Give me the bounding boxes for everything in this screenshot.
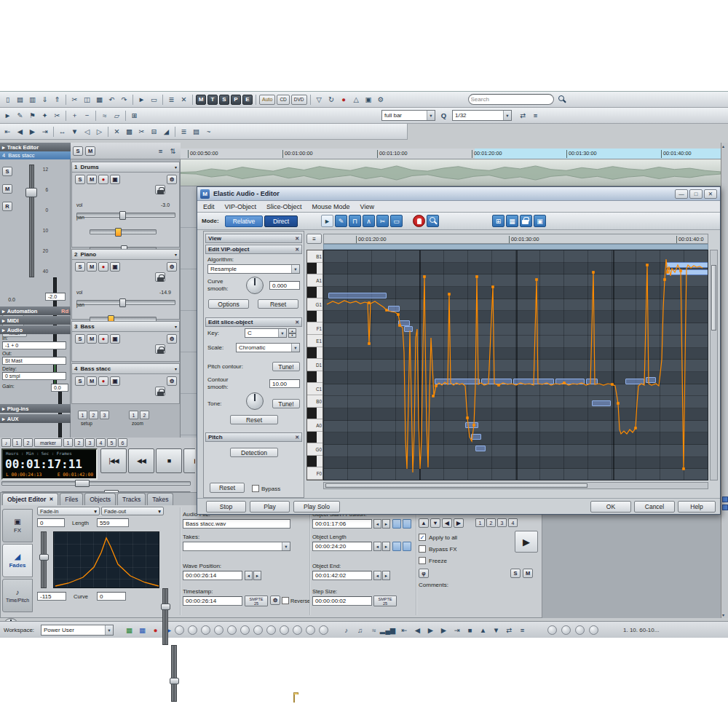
pencil-tool-icon[interactable]: ✎ bbox=[335, 215, 347, 227]
minimize-button[interactable]: — bbox=[675, 189, 688, 199]
bar-snap-select[interactable]: full bar▾ bbox=[381, 110, 435, 121]
side-tab-time-pitch[interactable]: ♪Time/Pitch bbox=[2, 579, 33, 612]
status-circle-icon[interactable] bbox=[293, 625, 302, 635]
lock-icon[interactable] bbox=[155, 387, 165, 396]
step-right-icon[interactable]: ▸ bbox=[382, 571, 390, 580]
marker-button-3[interactable]: 3 bbox=[85, 438, 95, 447]
note-segment[interactable] bbox=[465, 422, 478, 428]
scale-select[interactable]: Chromatic▾ bbox=[236, 343, 300, 352]
object-mute-button[interactable]: M bbox=[523, 569, 533, 578]
setup-button-2[interactable]: 2 bbox=[89, 411, 98, 419]
browse-folder-icon[interactable] bbox=[293, 694, 295, 703]
prev-marker-icon[interactable]: ◁ bbox=[82, 126, 92, 137]
piano-key-black[interactable] bbox=[307, 287, 323, 299]
fade-object-icon[interactable]: ◢ bbox=[161, 126, 172, 137]
lock-icon[interactable] bbox=[155, 344, 165, 354]
slider-handle[interactable] bbox=[39, 554, 49, 561]
marker-button-4[interactable]: 4 bbox=[96, 438, 106, 447]
roll-menu-button[interactable]: ≡ bbox=[306, 234, 322, 244]
reset-slice-button[interactable]: Reset bbox=[230, 415, 278, 424]
selected-track-banner[interactable]: 4 Bass stacc bbox=[0, 151, 71, 159]
level-meter-icon[interactable]: ▂▄▆ bbox=[382, 625, 393, 636]
status-circle-icon[interactable] bbox=[240, 625, 250, 635]
mute-button[interactable]: M bbox=[2, 184, 12, 194]
vertical-scrollbar[interactable]: ▴ ▾ bbox=[721, 143, 728, 618]
split-tool-icon[interactable]: ✂ bbox=[52, 110, 63, 121]
range-preset-2[interactable]: 2 bbox=[23, 438, 33, 447]
note-segment[interactable] bbox=[398, 320, 410, 326]
slider-handle[interactable] bbox=[119, 211, 126, 220]
snap-start-icon[interactable] bbox=[392, 519, 401, 529]
view-section-header[interactable]: View✕ bbox=[205, 234, 302, 243]
piano-key-black[interactable] bbox=[307, 432, 323, 444]
scroll-down-icon[interactable]: ▾ bbox=[722, 612, 724, 617]
gain-value-field[interactable]: 0.0 bbox=[51, 384, 68, 392]
chevron-down-icon[interactable]: ▾ bbox=[105, 625, 113, 635]
piano-key-black[interactable] bbox=[307, 263, 323, 275]
step-back-icon[interactable]: ◀ bbox=[412, 625, 423, 636]
step-right-icon[interactable]: ▸ bbox=[382, 542, 390, 551]
roll-vscrollbar[interactable] bbox=[710, 250, 718, 480]
elastic-overview-strip[interactable] bbox=[323, 244, 708, 250]
save-icon[interactable]: ▥ bbox=[27, 94, 38, 105]
piano-key-b0[interactable]: B0 bbox=[307, 395, 323, 408]
track-mute-button[interactable]: M bbox=[87, 376, 97, 386]
tab-files[interactable]: Files bbox=[60, 493, 83, 505]
fade-left-slider[interactable] bbox=[41, 531, 47, 588]
track-record-button[interactable]: ● bbox=[98, 262, 108, 272]
object-preset-button-3[interactable]: 3 bbox=[497, 518, 507, 527]
fade-in-value-field[interactable]: 0 bbox=[37, 518, 65, 527]
status-circle-icon[interactable] bbox=[266, 625, 276, 635]
stop-icon[interactable]: ■ bbox=[464, 625, 475, 636]
tune-contour-button[interactable]: Tune! bbox=[272, 362, 300, 371]
note-segment[interactable] bbox=[481, 379, 512, 384]
piano-key-f0[interactable]: F0 bbox=[307, 467, 323, 480]
status-circle-icon[interactable] bbox=[253, 625, 263, 635]
slider-handle[interactable] bbox=[119, 298, 126, 307]
import-audio-icon[interactable]: ⇓ bbox=[39, 94, 50, 105]
cut-icon[interactable]: ✂ bbox=[69, 94, 80, 105]
chevron-down-icon[interactable]: ▾ bbox=[427, 111, 435, 120]
scrub-handle[interactable] bbox=[75, 480, 90, 487]
track-record-button[interactable]: ● bbox=[98, 175, 108, 184]
ripple-edit-icon[interactable]: ≡ bbox=[530, 110, 541, 121]
pointer-tool-icon[interactable]: ► bbox=[321, 215, 333, 227]
track-sort-icon[interactable]: ⇅ bbox=[167, 146, 178, 157]
note-segment[interactable] bbox=[646, 377, 656, 383]
track-row-piano[interactable]: 2 Piano ▾ S M ● ▣ ⚙ vol -14.9 pan bbox=[71, 249, 180, 320]
wave-position-field[interactable]: 00:00:26:14 bbox=[183, 571, 242, 580]
zoom-in-icon[interactable]: + bbox=[69, 110, 80, 121]
track-row-bass[interactable]: 3 Bass ▾ S M ● ▣ ⚙ bbox=[71, 321, 180, 362]
go-start-button[interactable]: |◀◀ bbox=[100, 448, 127, 473]
close-icon[interactable]: ✕ bbox=[295, 247, 299, 253]
mixer-icon[interactable]: ≣ bbox=[166, 94, 177, 105]
freeze-checkbox[interactable] bbox=[419, 557, 426, 564]
play-icon[interactable]: ▶ bbox=[425, 625, 436, 636]
menu-edit[interactable]: Edit bbox=[203, 203, 215, 210]
bypass-fx-checkbox[interactable] bbox=[419, 545, 426, 553]
stop-button[interactable]: ■ bbox=[156, 448, 182, 473]
piano-key-g1[interactable]: G1 bbox=[307, 298, 323, 311]
trim-object-icon[interactable]: ⊟ bbox=[149, 126, 159, 137]
search-input[interactable] bbox=[468, 94, 554, 105]
step-left-icon[interactable]: ◂ bbox=[373, 519, 381, 529]
auto-button[interactable]: Auto bbox=[259, 95, 275, 105]
curve-draw-tool-icon[interactable]: ∧ bbox=[363, 215, 375, 227]
zoom-out-icon[interactable]: − bbox=[82, 110, 92, 121]
slider-handle[interactable] bbox=[161, 604, 170, 610]
chevron-down-icon[interactable]: ▾ bbox=[158, 508, 161, 515]
play-button[interactable]: Play bbox=[250, 501, 290, 513]
piano-key-g0[interactable]: G0 bbox=[307, 443, 323, 456]
move-right-icon[interactable]: ▶ bbox=[454, 518, 464, 528]
piano-key-black[interactable] bbox=[307, 456, 323, 468]
zoom-button-1[interactable]: 1 bbox=[129, 411, 138, 419]
draw-tool-icon[interactable]: ✎ bbox=[15, 110, 25, 121]
note-segment[interactable] bbox=[513, 379, 554, 384]
volume-handle[interactable] bbox=[115, 228, 122, 237]
track-list-icon[interactable]: ≡ bbox=[155, 146, 166, 157]
volume-fader-track[interactable] bbox=[29, 165, 34, 277]
status-circle-icon[interactable] bbox=[575, 625, 585, 635]
fade-curve-display[interactable] bbox=[53, 531, 159, 588]
pointer-tool-icon[interactable]: ► bbox=[136, 94, 147, 105]
side-tab-fades[interactable]: ◢Fades bbox=[2, 544, 33, 577]
